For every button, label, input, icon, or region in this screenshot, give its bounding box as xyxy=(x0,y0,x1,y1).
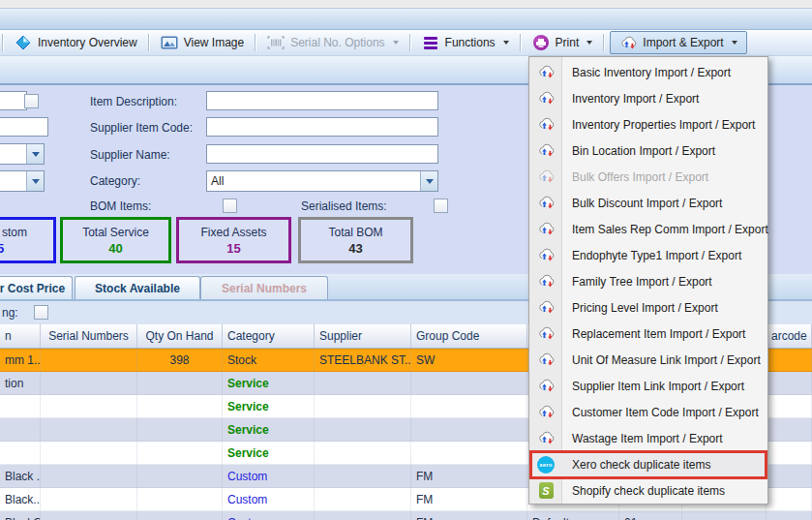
toolbar-separator xyxy=(255,34,256,51)
menu-item-label: Inventory Properties Import / Export xyxy=(529,118,755,132)
toolbar-separator xyxy=(520,34,522,51)
grid-cell xyxy=(41,465,137,487)
clipped-input-2[interactable] xyxy=(0,117,48,137)
clipped-checkbox[interactable] xyxy=(24,94,39,108)
grid-cell: Custom xyxy=(223,488,315,510)
menu-item-shopify-check-duplicate-items[interactable]: SShopify check duplicate items xyxy=(529,477,767,504)
grid-cell xyxy=(315,511,411,520)
menu-item-label: Unit Of Measure Link Import / Export xyxy=(529,353,761,367)
summary-value: 5 xyxy=(0,241,4,256)
menu-item-inventory-properties-import-export[interactable]: Inventory Properties Import / Export xyxy=(529,111,767,138)
menu-item-label: Shopify check duplicate items xyxy=(529,484,725,498)
clipped-input-1[interactable] xyxy=(0,91,27,110)
view-image-button[interactable]: View Image xyxy=(152,32,253,53)
serialised-items-label: Serialised Items: xyxy=(301,199,387,213)
menu-item-bulk-offers-import-export[interactable]: Bulk Offers Import / Export xyxy=(529,164,767,190)
item-description-label: Item Description: xyxy=(90,95,177,108)
menu-item-item-sales-rep-comm-import-export[interactable]: Item Sales Rep Comm Import / Export xyxy=(529,216,767,242)
column-header-qty-on-hand[interactable]: Qty On Hand xyxy=(137,324,223,348)
title-band xyxy=(0,9,812,30)
serial-no-options-button[interactable]: Serial No. Options xyxy=(258,32,406,53)
clipped-select-2[interactable] xyxy=(0,170,45,192)
main-toolbar: Inventory Overview View Image Serial No.… xyxy=(0,30,812,56)
print-button[interactable]: Print xyxy=(524,32,602,53)
tab-label: Serial Numbers xyxy=(222,282,307,295)
summary-value: 43 xyxy=(348,241,362,256)
column-header-supplier[interactable]: Supplier xyxy=(315,324,411,348)
column-header-serial-numbers[interactable]: Serial Numbers xyxy=(41,324,137,348)
menu-item-xero-check-duplicate-items[interactable]: xeroXero check duplicate items xyxy=(529,451,767,477)
import-export-cloud-icon xyxy=(536,326,556,341)
menu-item-pricing-level-import-export[interactable]: Pricing Level Import / Export xyxy=(529,294,767,321)
grid-cell xyxy=(41,350,137,371)
summary-label: Total BOM xyxy=(328,226,382,239)
clipped-select-1[interactable] xyxy=(0,143,45,165)
grid-cell xyxy=(41,372,137,394)
view-image-icon xyxy=(161,35,178,50)
functions-button[interactable]: Functions xyxy=(413,32,518,53)
table-row[interactable]: BlackGCustomFMDefault01 xyxy=(0,511,812,520)
summary-box-total-service: Total Service 40 xyxy=(60,217,171,263)
tab-serial-numbers[interactable]: Serial Numbers xyxy=(200,276,328,299)
menu-item-customer-item-code-import-export[interactable]: Customer Item Code Import / Export xyxy=(529,399,767,425)
tab-stock-available[interactable]: Stock Available xyxy=(75,276,200,299)
menu-item-label: Bin Location Import / Export xyxy=(529,144,715,158)
grid-cell xyxy=(0,395,41,417)
menu-item-wastage-item-import-export[interactable]: Wastage Item Import / Export xyxy=(529,425,767,451)
menu-item-family-tree-import-export[interactable]: Family Tree Import / Export xyxy=(529,268,767,294)
menu-item-label: Item Sales Rep Comm Import / Export xyxy=(529,223,768,236)
bom-items-label: BOM Items: xyxy=(90,199,151,213)
menu-item-unit-of-measure-link-import-export[interactable]: Unit Of Measure Link Import / Export xyxy=(529,347,767,373)
menu-item-inventory-import-export[interactable]: Inventory Import / Export xyxy=(529,85,767,111)
menu-item-label: Xero check duplicate items xyxy=(529,458,710,472)
grid-cell xyxy=(137,372,223,394)
summary-label: Total Service xyxy=(82,226,149,239)
menu-item-label: Basic Inventory Import / Export xyxy=(529,66,731,79)
bom-items-checkbox[interactable] xyxy=(223,199,237,213)
grid-cell: FM xyxy=(411,488,527,510)
serial-no-options-label: Serial No. Options xyxy=(290,36,384,49)
supplier-name-input[interactable] xyxy=(206,144,438,164)
import-export-button[interactable]: Import & Export xyxy=(610,31,746,54)
menu-item-label: Supplier Item Link Import / Export xyxy=(529,380,744,393)
menu-item-endophyte-type1-import-export[interactable]: Endophyte Type1 Import / Export xyxy=(529,242,767,268)
supplier-item-code-input[interactable] xyxy=(206,117,438,137)
import-export-label: Import & Export xyxy=(643,36,723,49)
grid-cell: Default xyxy=(527,511,619,520)
import-export-cloud-icon xyxy=(536,352,556,367)
item-description-input[interactable] xyxy=(206,91,438,110)
menu-item-bulk-discount-import-export[interactable]: Bulk Discount Import / Export xyxy=(529,190,767,216)
menu-item-label: Wastage Item Import / Export xyxy=(529,432,723,445)
grid-cell: Custom xyxy=(223,511,315,520)
serialised-items-checkbox[interactable] xyxy=(434,199,448,213)
menu-item-replacement-item-import-export[interactable]: Replacement Item Import / Export xyxy=(529,321,767,347)
column-header-arcode[interactable]: arcode xyxy=(767,324,812,348)
menu-item-basic-inventory-import-export[interactable]: Basic Inventory Import / Export xyxy=(529,59,767,85)
grouping-checkbox[interactable] xyxy=(34,305,48,320)
column-header-group-code[interactable]: Group Code xyxy=(411,324,527,348)
grid-cell xyxy=(41,395,137,417)
grid-cell xyxy=(137,442,223,464)
grid-cell: Service xyxy=(223,418,315,441)
grid-cell: tion xyxy=(0,372,41,394)
grid-cell xyxy=(41,511,137,520)
chevron-down-icon xyxy=(732,41,737,45)
menu-item-label: Endophyte Type1 Import / Export xyxy=(529,249,741,262)
inventory-overview-button[interactable]: Inventory Overview xyxy=(6,32,146,53)
menu-item-label: Replacement Item Import / Export xyxy=(529,327,745,341)
tab-cost-price[interactable]: r Cost Price xyxy=(0,276,73,299)
column-header-n[interactable]: n xyxy=(0,324,41,348)
summary-label: stom xyxy=(0,226,27,239)
grid-cell xyxy=(767,372,812,394)
tab-label: Stock Available xyxy=(95,282,180,295)
column-header-category[interactable]: Category xyxy=(223,324,315,348)
grid-cell xyxy=(315,488,411,510)
menu-item-supplier-item-link-import-export[interactable]: Supplier Item Link Import / Export xyxy=(529,373,767,399)
summary-box-custom: stom 5 xyxy=(0,217,56,263)
grid-cell xyxy=(767,395,812,417)
grid-cell xyxy=(315,372,411,394)
menu-item-bin-location-import-export[interactable]: Bin Location Import / Export xyxy=(529,138,767,164)
grid-cell: Service xyxy=(223,372,315,394)
summary-value: 15 xyxy=(226,241,240,256)
category-select[interactable]: All xyxy=(206,170,438,192)
